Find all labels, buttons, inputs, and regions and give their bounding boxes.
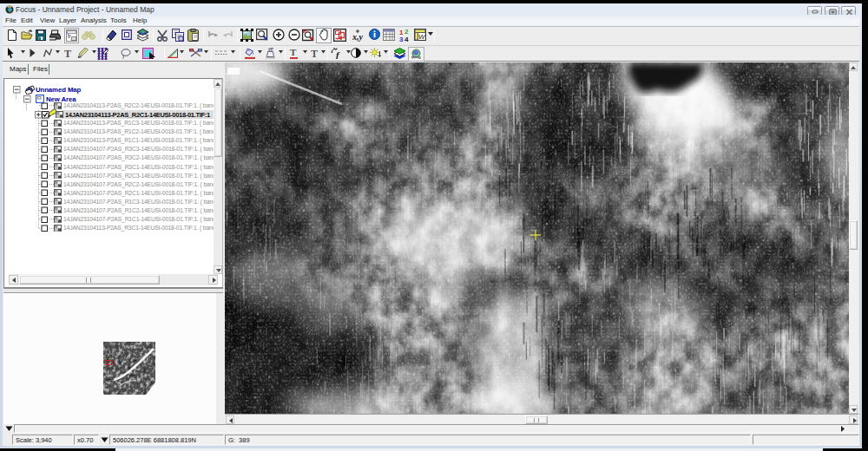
svg-text:2: 2 [404,29,409,36]
svg-text:T: T [290,48,297,57]
svg-text:f: f [336,49,340,59]
svg-text:T: T [64,49,71,58]
svg-text:4: 4 [404,36,409,42]
svg-text:3: 3 [399,36,404,42]
svg-text:x,y: x,y [352,32,364,42]
svg-text:T: T [311,49,318,58]
